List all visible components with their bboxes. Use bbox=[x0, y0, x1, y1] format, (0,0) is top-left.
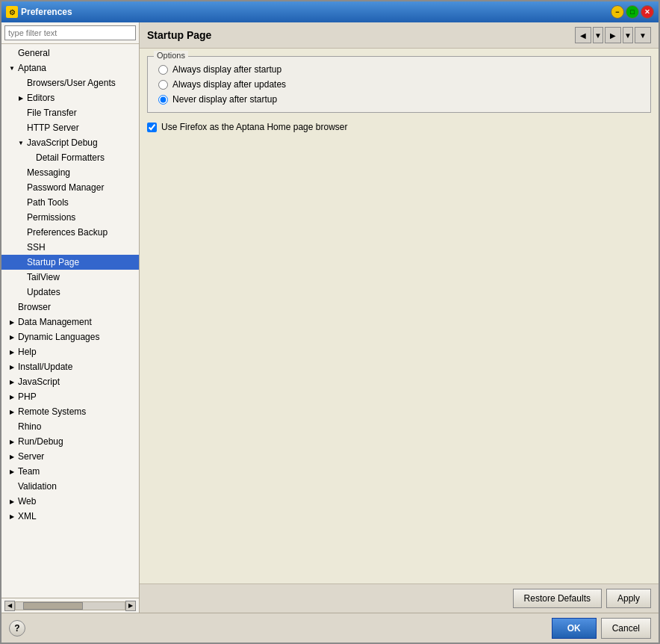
restore-defaults-button[interactable]: Restore Defaults bbox=[513, 589, 602, 608]
sidebar-item-detail-formatters[interactable]: Detail Formatters bbox=[1, 150, 139, 165]
sidebar-item-javascript[interactable]: ▶JavaScript bbox=[1, 374, 139, 389]
sidebar-item-editors[interactable]: ▶Editors bbox=[1, 90, 139, 105]
filter-input-wrap bbox=[1, 22, 139, 44]
sidebar-item-label-validation: Validation bbox=[18, 481, 57, 492]
scrollbar-track[interactable] bbox=[15, 601, 125, 610]
footer-bar: ? OK Cancel bbox=[1, 613, 659, 643]
tree-arrow-messaging bbox=[16, 168, 25, 177]
close-button[interactable]: ✕ bbox=[641, 5, 654, 19]
sidebar-item-ssh[interactable]: SSH bbox=[1, 240, 139, 255]
sidebar-item-label-javascript-debug: JavaScript Debug bbox=[27, 137, 98, 148]
panel-title: Startup Page bbox=[147, 29, 211, 41]
sidebar-item-tailview[interactable]: TailView bbox=[1, 270, 139, 285]
options-legend: Options bbox=[154, 51, 188, 60]
titlebar-buttons: − □ ✕ bbox=[611, 5, 654, 19]
radio-option-1: Always display after startup bbox=[158, 64, 640, 75]
nav-forward-dropdown[interactable]: ▼ bbox=[623, 27, 633, 43]
nav-forward-button[interactable]: ▶ bbox=[605, 27, 621, 43]
sidebar-item-aptana[interactable]: ▼Aptana bbox=[1, 61, 139, 75]
sidebar-item-web[interactable]: ▶Web bbox=[1, 494, 139, 509]
sidebar-item-label-team: Team bbox=[18, 466, 40, 477]
sidebar-item-team[interactable]: ▶Team bbox=[1, 464, 139, 479]
tree-arrow-xml: ▶ bbox=[7, 512, 16, 521]
window-icon: ⚙ bbox=[6, 6, 18, 18]
sidebar-item-http-server[interactable]: HTTP Server bbox=[1, 120, 139, 135]
tree-arrow-validation bbox=[7, 482, 16, 491]
filter-input[interactable] bbox=[4, 25, 136, 40]
panel-header: Startup Page ◀ ▼ ▶ ▼ ▼ bbox=[140, 22, 659, 49]
scroll-right-arrow[interactable]: ▶ bbox=[125, 601, 136, 611]
sidebar-item-label-editors: Editors bbox=[27, 93, 55, 103]
radio-always-after-updates[interactable] bbox=[158, 80, 168, 90]
sidebar-item-label-permissions: Permissions bbox=[27, 212, 75, 223]
sidebar-item-validation[interactable]: Validation bbox=[1, 479, 139, 494]
sidebar-item-help[interactable]: ▶Help bbox=[1, 344, 139, 359]
sidebar-item-browser[interactable]: Browser bbox=[1, 300, 139, 315]
apply-button[interactable]: Apply bbox=[606, 589, 651, 608]
minimize-button[interactable]: − bbox=[611, 5, 624, 19]
sidebar-item-messaging[interactable]: Messaging bbox=[1, 165, 139, 180]
tree-arrow-password-manager bbox=[16, 183, 25, 192]
tree-arrow-ssh bbox=[16, 243, 25, 252]
maximize-button[interactable]: □ bbox=[626, 5, 639, 19]
tree-arrow-general bbox=[7, 49, 16, 58]
sidebar-item-javascript-debug[interactable]: ▼JavaScript Debug bbox=[1, 135, 139, 150]
tree-arrow-permissions bbox=[16, 213, 25, 222]
scroll-left-arrow[interactable]: ◀ bbox=[4, 601, 15, 611]
tree-arrow-remote-systems: ▶ bbox=[7, 407, 16, 416]
tree-arrow-run-debug: ▶ bbox=[7, 437, 16, 446]
sidebar-item-label-install-update: Install/Update bbox=[18, 362, 72, 372]
sidebar-item-xml[interactable]: ▶XML bbox=[1, 509, 139, 524]
sidebar-item-startup-page[interactable]: Startup Page bbox=[1, 255, 139, 270]
body-area: General▼AptanaBrowsers/User Agents▶Edito… bbox=[1, 22, 659, 613]
sidebar-item-rhino[interactable]: Rhino bbox=[1, 419, 139, 434]
tree: General▼AptanaBrowsers/User Agents▶Edito… bbox=[1, 44, 139, 598]
sidebar-item-label-server: Server bbox=[18, 451, 44, 462]
sidebar-item-server[interactable]: ▶Server bbox=[1, 449, 139, 464]
sidebar-item-label-general: General bbox=[18, 48, 50, 58]
sidebar-item-label-xml: XML bbox=[18, 511, 37, 521]
tree-arrow-php: ▶ bbox=[7, 392, 16, 401]
sidebar-item-file-transfer[interactable]: File Transfer bbox=[1, 105, 139, 120]
tree-arrow-rhino bbox=[7, 422, 16, 431]
sidebar-item-preferences-backup[interactable]: Preferences Backup bbox=[1, 225, 139, 240]
panel-menu-button[interactable]: ▼ bbox=[635, 27, 651, 43]
sidebar-item-updates[interactable]: Updates bbox=[1, 285, 139, 300]
sidebar-item-label-updates: Updates bbox=[27, 287, 60, 297]
radio-always-after-startup[interactable] bbox=[158, 65, 168, 75]
sidebar-item-browsers-user-agents[interactable]: Browsers/User Agents bbox=[1, 75, 139, 90]
radio-option-2: Always display after updates bbox=[158, 79, 640, 90]
sidebar-item-dynamic-languages[interactable]: ▶Dynamic Languages bbox=[1, 329, 139, 344]
tree-arrow-server: ▶ bbox=[7, 452, 16, 461]
sidebar-item-label-php: PHP bbox=[18, 391, 37, 402]
sidebar-item-label-help: Help bbox=[18, 347, 37, 357]
sidebar-item-label-web: Web bbox=[18, 496, 36, 507]
sidebar-item-install-update[interactable]: ▶Install/Update bbox=[1, 359, 139, 374]
radio-never-after-startup[interactable] bbox=[158, 95, 168, 105]
sidebar-item-general[interactable]: General bbox=[1, 46, 139, 61]
sidebar-item-run-debug[interactable]: ▶Run/Debug bbox=[1, 434, 139, 449]
sidebar-item-label-http-server: HTTP Server bbox=[27, 123, 79, 133]
window-title: Preferences bbox=[21, 7, 608, 17]
sidebar-item-remote-systems[interactable]: ▶Remote Systems bbox=[1, 404, 139, 419]
sidebar-item-label-startup-page: Startup Page bbox=[27, 257, 79, 267]
sidebar: General▼AptanaBrowsers/User Agents▶Edito… bbox=[1, 22, 140, 613]
sidebar-item-php[interactable]: ▶PHP bbox=[1, 389, 139, 404]
sidebar-item-label-javascript: JavaScript bbox=[18, 377, 60, 387]
ok-button[interactable]: OK bbox=[552, 618, 597, 639]
tree-arrow-detail-formatters bbox=[25, 153, 34, 162]
cancel-button[interactable]: Cancel bbox=[601, 618, 651, 639]
checkbox-row: Use Firefox as the Aptana Home page brow… bbox=[147, 122, 651, 132]
sidebar-item-permissions[interactable]: Permissions bbox=[1, 210, 139, 225]
sidebar-item-label-password-manager: Password Manager bbox=[27, 182, 104, 193]
sidebar-item-label-detail-formatters: Detail Formatters bbox=[36, 152, 105, 163]
sidebar-item-data-management[interactable]: ▶Data Management bbox=[1, 315, 139, 329]
firefox-checkbox[interactable] bbox=[147, 123, 157, 132]
sidebar-item-label-ssh: SSH bbox=[27, 242, 46, 253]
help-button[interactable]: ? bbox=[9, 620, 25, 637]
nav-back-button[interactable]: ◀ bbox=[575, 27, 591, 43]
sidebar-item-label-tailview: TailView bbox=[27, 272, 60, 282]
nav-back-dropdown[interactable]: ▼ bbox=[593, 27, 603, 43]
sidebar-item-path-tools[interactable]: Path Tools bbox=[1, 195, 139, 210]
sidebar-item-password-manager[interactable]: Password Manager bbox=[1, 180, 139, 195]
